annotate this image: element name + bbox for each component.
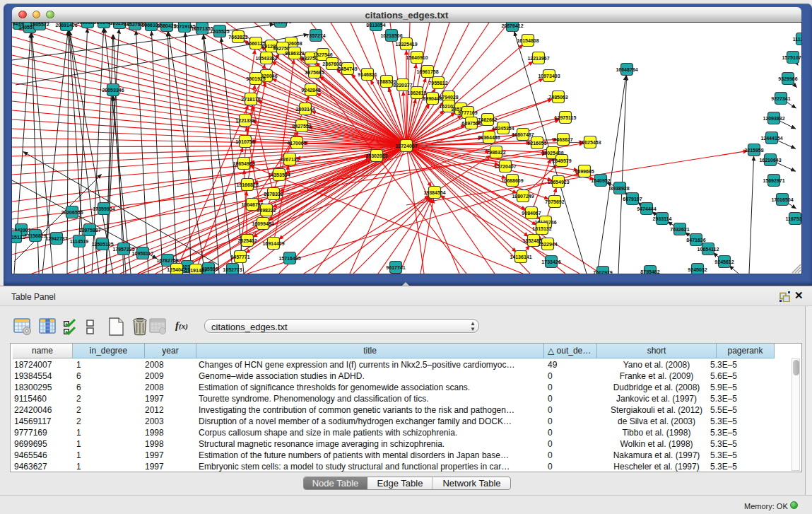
svg-text:8471636: 8471636: [686, 238, 705, 243]
svg-text:12156829: 12156829: [24, 233, 46, 238]
svg-text:18724007: 18724007: [395, 144, 417, 148]
svg-text:1221339: 1221339: [235, 118, 254, 123]
svg-text:12942737: 12942737: [45, 236, 67, 241]
svg-text:6497568: 6497568: [461, 121, 481, 126]
svg-text:9699695: 9699695: [575, 169, 594, 174]
svg-text:9242848: 9242848: [301, 88, 320, 93]
svg-text:8938928: 8938928: [610, 186, 629, 191]
svg-text:18807249: 18807249: [512, 194, 534, 199]
svg-text:10025453: 10025453: [579, 140, 601, 145]
svg-text:4170065: 4170065: [287, 141, 306, 146]
svg-text:8454749: 8454749: [338, 66, 357, 71]
svg-text:9777169: 9777169: [458, 110, 477, 115]
svg-text:15751074: 15751074: [782, 55, 801, 60]
svg-text:1733426: 1733426: [541, 259, 560, 264]
svg-text:16782759: 16782759: [156, 258, 178, 263]
svg-text:8427552: 8427552: [292, 124, 311, 129]
svg-text:6879197: 6879197: [623, 197, 642, 201]
svg-text:17359934: 17359934: [93, 206, 114, 211]
svg-text:7515525: 7515525: [210, 29, 229, 34]
svg-text:19975887: 19975887: [78, 228, 100, 233]
svg-text:10807487: 10807487: [512, 132, 534, 137]
svg-text:7663822: 7663822: [228, 35, 247, 40]
svg-text:20364436: 20364436: [478, 135, 500, 140]
svg-text:6794028: 6794028: [439, 95, 458, 100]
svg-text:16914479: 16914479: [262, 241, 284, 246]
svg-text:10973493: 10973493: [538, 74, 560, 78]
svg-text:1615132: 1615132: [532, 226, 551, 231]
svg-text:16033809: 16033809: [269, 23, 291, 24]
svg-text:3915131: 3915131: [12, 235, 25, 240]
svg-text:12505135: 12505135: [91, 242, 113, 247]
svg-text:16154808: 16154808: [517, 38, 539, 43]
svg-text:8795462: 8795462: [640, 269, 659, 274]
svg-text:9084067: 9084067: [522, 211, 541, 216]
svg-text:9245032: 9245032: [688, 267, 707, 272]
svg-text:17016504: 17016504: [771, 197, 793, 202]
svg-text:19166825: 19166825: [236, 182, 258, 187]
svg-text:10654112: 10654112: [698, 247, 719, 252]
svg-text:1905572: 1905572: [30, 23, 49, 27]
svg-text:15716485: 15716485: [278, 256, 300, 261]
svg-text:13325419: 13325419: [395, 42, 417, 47]
svg-text:2803144: 2803144: [295, 107, 314, 112]
svg-text:9245612: 9245612: [714, 259, 734, 264]
svg-text:12975115: 12975115: [555, 115, 577, 120]
svg-text:10958117: 10958117: [132, 251, 154, 256]
svg-text:12093832: 12093832: [763, 116, 784, 121]
svg-text:16961758: 16961758: [416, 69, 438, 74]
svg-text:3267130: 3267130: [280, 157, 299, 162]
svg-text:9457771: 9457771: [230, 255, 249, 259]
svg-text:19384554: 19384554: [423, 190, 445, 195]
svg-text:2718176: 2718176: [241, 97, 260, 102]
svg-text:15640910: 15640910: [406, 55, 428, 60]
svg-text:2522944: 2522944: [538, 242, 557, 247]
svg-text:16210643: 16210643: [759, 158, 781, 163]
svg-text:1010755: 1010755: [235, 139, 254, 144]
svg-text:9146821: 9146821: [358, 72, 377, 77]
svg-text:3875685: 3875685: [305, 70, 324, 75]
svg-text:6216055: 6216055: [527, 141, 546, 146]
svg-text:15720407: 15720407: [494, 164, 516, 169]
svg-text:8878332: 8878332: [264, 192, 283, 197]
svg-text:7986322: 7986322: [486, 150, 505, 155]
svg-text:12213967: 12213967: [527, 56, 549, 61]
svg-text:8186323: 8186323: [285, 51, 304, 56]
svg-text:20876412: 20876412: [501, 23, 523, 28]
svg-text:20053346: 20053346: [102, 88, 124, 93]
svg-text:1327546: 1327546: [313, 52, 332, 57]
svg-text:7357274: 7357274: [306, 33, 325, 38]
svg-text:9901925: 9901925: [246, 76, 265, 81]
svg-text:1052773: 1052773: [223, 267, 242, 272]
svg-text:19654933: 19654933: [233, 161, 254, 166]
svg-text:16099484: 16099484: [252, 221, 273, 226]
svg-text:7485063: 7485063: [548, 95, 567, 100]
svg-text:9617741: 9617741: [386, 265, 405, 270]
svg-text:1112519: 1112519: [793, 37, 801, 42]
svg-text:2933114: 2933114: [653, 216, 672, 221]
svg-text:10688609: 10688609: [501, 178, 523, 183]
svg-text:7975692: 7975692: [545, 199, 564, 204]
svg-text:1114519: 1114519: [70, 239, 89, 244]
svg-text:14353594: 14353594: [268, 173, 290, 177]
svg-text:7607979: 7607979: [593, 270, 612, 274]
svg-text:8813054: 8813054: [366, 23, 385, 28]
svg-text:7955812: 7955812: [428, 81, 447, 86]
svg-text:10543362: 10543362: [255, 56, 277, 61]
svg-text:20691406: 20691406: [55, 23, 77, 28]
svg-text:1167533: 1167533: [786, 216, 801, 221]
svg-text:1549579: 1549579: [552, 158, 571, 163]
svg-text:9463627: 9463627: [553, 137, 572, 142]
svg-text:16648784: 16648784: [616, 67, 637, 72]
svg-text:20206556: 20206556: [61, 210, 83, 215]
svg-text:1254042: 1254042: [167, 267, 186, 272]
svg-text:9474444: 9474444: [637, 206, 656, 211]
svg-text:18654923: 18654923: [547, 180, 569, 185]
svg-text:7625402: 7625402: [237, 238, 257, 243]
svg-text:1640952: 1640952: [591, 178, 610, 183]
svg-text:14136141: 14136141: [510, 255, 531, 259]
svg-text:9498222: 9498222: [257, 208, 276, 213]
svg-text:8220377: 8220377: [393, 83, 412, 88]
svg-text:1362615: 1362615: [407, 90, 426, 95]
svg-text:9329966: 9329966: [778, 76, 797, 81]
